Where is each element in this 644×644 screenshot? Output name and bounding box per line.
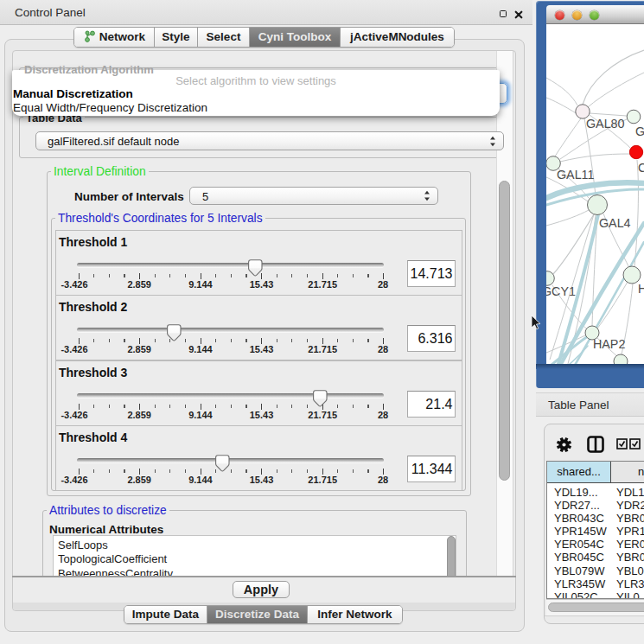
- svg-text:GAL80: GAL80: [586, 117, 625, 131]
- svg-text:GCY1: GCY1: [546, 284, 576, 298]
- svg-text:G: G: [635, 124, 644, 138]
- svg-text:GAL11: GAL11: [557, 168, 594, 182]
- svg-text:GAL4: GAL4: [599, 216, 631, 230]
- svg-text:C: C: [638, 161, 644, 175]
- svg-text:HAP2: HAP2: [593, 337, 625, 351]
- svg-text:H: H: [638, 282, 644, 296]
